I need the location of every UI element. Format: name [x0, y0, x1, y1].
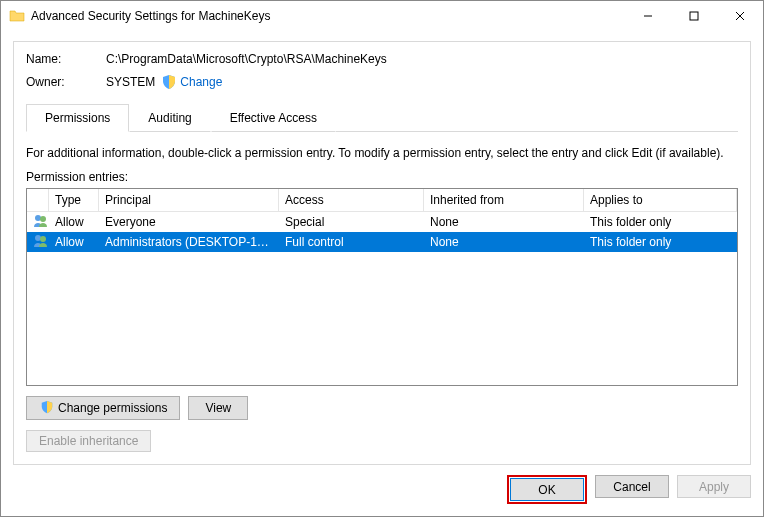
owner-label: Owner:: [26, 75, 106, 89]
change-owner-link[interactable]: Change: [180, 75, 222, 89]
col-inherited-header[interactable]: Inherited from: [424, 189, 584, 211]
inheritance-row: Enable inheritance: [26, 430, 738, 452]
col-icon-header[interactable]: [27, 189, 49, 211]
dialog-footer: OK Cancel Apply: [1, 465, 763, 516]
cell-inherited: None: [424, 233, 584, 251]
titlebar: Advanced Security Settings for MachineKe…: [1, 1, 763, 31]
col-type-header[interactable]: Type: [49, 189, 99, 211]
enable-inheritance-button: Enable inheritance: [26, 430, 151, 452]
maximize-button[interactable]: [671, 1, 717, 31]
tab-effective-access[interactable]: Effective Access: [211, 104, 336, 132]
owner-row: Owner: SYSTEM Change: [26, 74, 738, 90]
shield-icon: [39, 400, 55, 416]
main-panel: Name: C:\ProgramData\Microsoft\Crypto\RS…: [13, 41, 751, 465]
listview-header: Type Principal Access Inherited from App…: [27, 189, 737, 212]
name-row: Name: C:\ProgramData\Microsoft\Crypto\RS…: [26, 52, 738, 66]
cell-principal: Administrators (DESKTOP-1M...: [99, 233, 279, 251]
tab-bar: Permissions Auditing Effective Access: [26, 104, 738, 132]
owner-value: SYSTEM: [106, 75, 155, 89]
listview-body: AllowEveryoneSpecialNoneThis folder only…: [27, 212, 737, 385]
view-button[interactable]: View: [188, 396, 248, 420]
change-permissions-label: Change permissions: [58, 401, 167, 415]
close-button[interactable]: [717, 1, 763, 31]
cell-principal: Everyone: [99, 213, 279, 231]
col-applies-header[interactable]: Applies to: [584, 189, 737, 211]
ok-highlight-annotation: OK: [507, 475, 587, 504]
entries-label: Permission entries:: [26, 170, 738, 184]
cell-applies: This folder only: [584, 213, 737, 231]
cell-applies: This folder only: [584, 233, 737, 251]
info-text: For additional information, double-click…: [26, 146, 738, 160]
window-controls: [625, 1, 763, 31]
permission-buttons-row: Change permissions View: [26, 396, 738, 420]
security-settings-window: Advanced Security Settings for MachineKe…: [0, 0, 764, 517]
cell-access: Full control: [279, 233, 424, 251]
col-access-header[interactable]: Access: [279, 189, 424, 211]
table-row[interactable]: AllowEveryoneSpecialNoneThis folder only: [27, 212, 737, 232]
users-icon: [27, 231, 49, 254]
svg-point-7: [40, 236, 46, 242]
col-principal-header[interactable]: Principal: [99, 189, 279, 211]
svg-rect-1: [690, 12, 698, 20]
cell-type: Allow: [49, 233, 99, 251]
ok-button[interactable]: OK: [510, 478, 584, 501]
cell-inherited: None: [424, 213, 584, 231]
window-title: Advanced Security Settings for MachineKe…: [31, 9, 625, 23]
cell-type: Allow: [49, 213, 99, 231]
cancel-button[interactable]: Cancel: [595, 475, 669, 498]
tab-permissions[interactable]: Permissions: [26, 104, 129, 132]
svg-point-6: [35, 235, 41, 241]
apply-button: Apply: [677, 475, 751, 498]
table-row[interactable]: AllowAdministrators (DESKTOP-1M...Full c…: [27, 232, 737, 252]
shield-icon: [161, 74, 177, 90]
tab-auditing[interactable]: Auditing: [129, 104, 210, 132]
svg-point-5: [40, 216, 46, 222]
svg-point-4: [35, 215, 41, 221]
cell-access: Special: [279, 213, 424, 231]
change-permissions-button[interactable]: Change permissions: [26, 396, 180, 420]
minimize-button[interactable]: [625, 1, 671, 31]
name-label: Name:: [26, 52, 106, 66]
content-area: Name: C:\ProgramData\Microsoft\Crypto\RS…: [1, 31, 763, 465]
permission-listview[interactable]: Type Principal Access Inherited from App…: [26, 188, 738, 386]
folder-icon: [9, 8, 25, 24]
name-value: C:\ProgramData\Microsoft\Crypto\RSA\Mach…: [106, 52, 387, 66]
